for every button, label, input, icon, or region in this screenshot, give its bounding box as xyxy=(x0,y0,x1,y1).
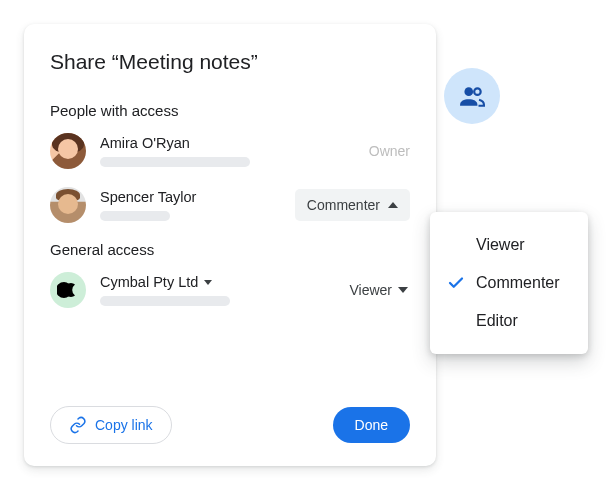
general-access-row: Cymbal Pty Ltd Viewer xyxy=(50,272,410,308)
check-icon xyxy=(446,274,466,292)
role-option-label: Editor xyxy=(476,312,518,330)
svg-point-0 xyxy=(464,87,473,96)
role-option-commenter[interactable]: Commenter xyxy=(430,264,588,302)
caret-down-icon xyxy=(398,287,408,293)
copy-link-button[interactable]: Copy link xyxy=(50,406,172,444)
general-access-label: General access xyxy=(50,241,410,258)
done-button[interactable]: Done xyxy=(333,407,410,443)
org-avatar xyxy=(50,272,86,308)
person-row: Spencer Taylor Commenter xyxy=(50,187,410,223)
role-option-label: Viewer xyxy=(476,236,525,254)
people-icon xyxy=(459,83,485,109)
link-icon xyxy=(69,416,87,434)
general-role-dropdown[interactable]: Viewer xyxy=(347,278,410,302)
person-name: Amira O'Ryan xyxy=(100,135,355,151)
role-option-editor[interactable]: Editor xyxy=(430,302,588,340)
role-dropdown-menu: Viewer Commenter Editor xyxy=(430,212,588,354)
dialog-title: Share “Meeting notes” xyxy=(50,50,410,74)
dialog-footer: Copy link Done xyxy=(50,406,410,444)
cymbal-logo-icon xyxy=(57,282,79,298)
placeholder-line xyxy=(100,157,250,167)
avatar xyxy=(50,133,86,169)
share-dialog: Share “Meeting notes” People with access… xyxy=(24,24,436,466)
general-role-label: Viewer xyxy=(349,282,392,298)
placeholder-line xyxy=(100,296,230,306)
caret-up-icon xyxy=(388,202,398,208)
org-scope-selector[interactable]: Cymbal Pty Ltd xyxy=(100,274,333,290)
avatar xyxy=(50,187,86,223)
role-owner-label: Owner xyxy=(369,143,410,159)
role-dropdown-trigger[interactable]: Commenter xyxy=(295,189,410,221)
org-info: Cymbal Pty Ltd xyxy=(100,274,333,306)
role-option-label: Commenter xyxy=(476,274,560,292)
role-dropdown-label: Commenter xyxy=(307,197,380,213)
role-option-viewer[interactable]: Viewer xyxy=(430,226,588,264)
person-name: Spencer Taylor xyxy=(100,189,281,205)
copy-link-label: Copy link xyxy=(95,417,153,433)
person-row: Amira O'Ryan Owner xyxy=(50,133,410,169)
svg-point-1 xyxy=(474,88,481,95)
person-info: Amira O'Ryan xyxy=(100,135,355,167)
placeholder-line xyxy=(100,211,170,221)
org-name: Cymbal Pty Ltd xyxy=(100,274,198,290)
people-with-access-label: People with access xyxy=(50,102,410,119)
people-badge xyxy=(444,68,500,124)
caret-down-icon xyxy=(204,280,212,285)
person-info: Spencer Taylor xyxy=(100,189,281,221)
